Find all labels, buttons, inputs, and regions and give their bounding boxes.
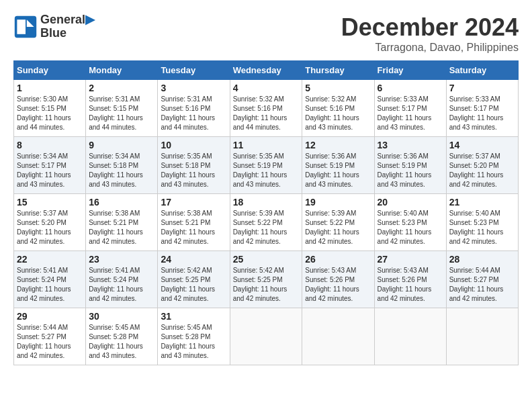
day-number: 18 xyxy=(233,197,300,208)
day-number: 5 xyxy=(305,83,371,93)
day-number: 15 xyxy=(17,197,83,208)
day-number: 9 xyxy=(89,140,154,150)
calendar-header: SundayMondayTuesdayWednesdayThursdayFrid… xyxy=(14,61,519,80)
calendar-cell: 13Sunrise: 5:36 AMSunset: 5:19 PMDayligh… xyxy=(374,137,446,194)
day-number: 26 xyxy=(305,254,371,265)
header-cell-wednesday: Wednesday xyxy=(230,61,302,80)
day-info: Sunrise: 5:40 AMSunset: 5:23 PMDaylight:… xyxy=(449,209,515,246)
calendar-cell: 18Sunrise: 5:39 AMSunset: 5:22 PMDayligh… xyxy=(230,194,302,251)
calendar-cell: 6Sunrise: 5:33 AMSunset: 5:17 PMDaylight… xyxy=(374,80,446,137)
day-number: 4 xyxy=(233,83,300,93)
day-info: Sunrise: 5:36 AMSunset: 5:19 PMDaylight:… xyxy=(305,152,371,189)
day-info: Sunrise: 5:35 AMSunset: 5:18 PMDaylight:… xyxy=(161,152,226,189)
day-number: 13 xyxy=(378,140,443,150)
calendar-cell: 27Sunrise: 5:43 AMSunset: 5:26 PMDayligh… xyxy=(374,251,446,308)
calendar-week-1: 1Sunrise: 5:30 AMSunset: 5:15 PMDaylight… xyxy=(14,80,519,137)
day-number: 17 xyxy=(161,197,226,208)
calendar-cell: 23Sunrise: 5:41 AMSunset: 5:24 PMDayligh… xyxy=(86,251,158,308)
day-info: Sunrise: 5:34 AMSunset: 5:17 PMDaylight:… xyxy=(17,152,83,189)
calendar-cell: 31Sunrise: 5:45 AMSunset: 5:28 PMDayligh… xyxy=(158,308,230,365)
day-number: 27 xyxy=(378,254,443,265)
calendar-cell: 2Sunrise: 5:31 AMSunset: 5:15 PMDaylight… xyxy=(86,80,158,137)
calendar-cell: 3Sunrise: 5:31 AMSunset: 5:16 PMDaylight… xyxy=(158,80,230,137)
day-number: 3 xyxy=(161,83,226,93)
calendar-cell: 11Sunrise: 5:35 AMSunset: 5:19 PMDayligh… xyxy=(230,137,302,194)
day-info: Sunrise: 5:37 AMSunset: 5:20 PMDaylight:… xyxy=(449,152,515,189)
day-info: Sunrise: 5:33 AMSunset: 5:17 PMDaylight:… xyxy=(378,95,443,132)
day-info: Sunrise: 5:42 AMSunset: 5:25 PMDaylight:… xyxy=(161,266,226,304)
day-number: 6 xyxy=(378,83,443,93)
day-number: 23 xyxy=(89,254,154,265)
header-cell-thursday: Thursday xyxy=(302,61,374,80)
day-number: 20 xyxy=(378,197,443,208)
calendar-cell: 24Sunrise: 5:42 AMSunset: 5:25 PMDayligh… xyxy=(158,251,230,308)
calendar-cell xyxy=(374,308,446,365)
day-info: Sunrise: 5:31 AMSunset: 5:16 PMDaylight:… xyxy=(161,95,226,132)
day-info: Sunrise: 5:38 AMSunset: 5:21 PMDaylight:… xyxy=(89,209,154,246)
header-cell-sunday: Sunday xyxy=(14,61,86,80)
month-title: December 2024 xyxy=(341,13,519,42)
day-info: Sunrise: 5:44 AMSunset: 5:27 PMDaylight:… xyxy=(17,323,83,361)
day-number: 7 xyxy=(449,83,515,93)
calendar-cell: 15Sunrise: 5:37 AMSunset: 5:20 PMDayligh… xyxy=(14,194,86,251)
calendar-week-4: 22Sunrise: 5:41 AMSunset: 5:24 PMDayligh… xyxy=(14,251,519,308)
header-cell-tuesday: Tuesday xyxy=(158,61,230,80)
day-number: 31 xyxy=(161,311,226,322)
calendar-cell: 1Sunrise: 5:30 AMSunset: 5:15 PMDaylight… xyxy=(14,80,86,137)
calendar-cell: 12Sunrise: 5:36 AMSunset: 5:19 PMDayligh… xyxy=(302,137,374,194)
day-number: 25 xyxy=(233,254,300,265)
day-info: Sunrise: 5:37 AMSunset: 5:20 PMDaylight:… xyxy=(17,209,83,246)
day-info: Sunrise: 5:44 AMSunset: 5:27 PMDaylight:… xyxy=(449,266,515,304)
day-number: 19 xyxy=(305,197,371,208)
day-number: 30 xyxy=(89,311,154,322)
day-number: 10 xyxy=(161,140,226,150)
day-info: Sunrise: 5:33 AMSunset: 5:17 PMDaylight:… xyxy=(449,95,515,132)
day-info: Sunrise: 5:42 AMSunset: 5:25 PMDaylight:… xyxy=(233,266,300,304)
day-number: 14 xyxy=(449,140,515,150)
day-info: Sunrise: 5:30 AMSunset: 5:15 PMDaylight:… xyxy=(17,95,83,132)
calendar-cell: 4Sunrise: 5:32 AMSunset: 5:16 PMDaylight… xyxy=(230,80,302,137)
location-title: Tarragona, Davao, Philippines xyxy=(341,42,519,54)
calendar-body: 1Sunrise: 5:30 AMSunset: 5:15 PMDaylight… xyxy=(14,80,519,365)
day-number: 24 xyxy=(161,254,226,265)
day-info: Sunrise: 5:32 AMSunset: 5:16 PMDaylight:… xyxy=(305,95,371,132)
day-info: Sunrise: 5:35 AMSunset: 5:19 PMDaylight:… xyxy=(233,152,300,189)
day-number: 21 xyxy=(449,197,515,208)
calendar-cell: 14Sunrise: 5:37 AMSunset: 5:20 PMDayligh… xyxy=(446,137,518,194)
logo-icon xyxy=(13,15,38,39)
day-number: 2 xyxy=(89,83,154,93)
calendar-cell xyxy=(446,308,518,365)
day-info: Sunrise: 5:41 AMSunset: 5:24 PMDaylight:… xyxy=(89,266,154,304)
page-header: General▶ Blue December 2024 Tarragona, D… xyxy=(13,13,519,54)
day-info: Sunrise: 5:39 AMSunset: 5:22 PMDaylight:… xyxy=(233,209,300,246)
calendar-cell: 20Sunrise: 5:40 AMSunset: 5:23 PMDayligh… xyxy=(374,194,446,251)
calendar-cell: 8Sunrise: 5:34 AMSunset: 5:17 PMDaylight… xyxy=(14,137,86,194)
calendar-cell: 17Sunrise: 5:38 AMSunset: 5:21 PMDayligh… xyxy=(158,194,230,251)
calendar-cell: 9Sunrise: 5:34 AMSunset: 5:18 PMDaylight… xyxy=(86,137,158,194)
day-info: Sunrise: 5:45 AMSunset: 5:28 PMDaylight:… xyxy=(161,323,226,361)
day-number: 22 xyxy=(17,254,83,265)
day-number: 11 xyxy=(233,140,300,150)
calendar-cell: 26Sunrise: 5:43 AMSunset: 5:26 PMDayligh… xyxy=(302,251,374,308)
calendar-week-2: 8Sunrise: 5:34 AMSunset: 5:17 PMDaylight… xyxy=(14,137,519,194)
logo: General▶ Blue xyxy=(13,13,95,40)
day-info: Sunrise: 5:39 AMSunset: 5:22 PMDaylight:… xyxy=(305,209,371,246)
calendar-cell: 25Sunrise: 5:42 AMSunset: 5:25 PMDayligh… xyxy=(230,251,302,308)
day-number: 29 xyxy=(17,311,83,322)
day-info: Sunrise: 5:41 AMSunset: 5:24 PMDaylight:… xyxy=(17,266,83,304)
header-row: SundayMondayTuesdayWednesdayThursdayFrid… xyxy=(14,61,519,80)
day-info: Sunrise: 5:43 AMSunset: 5:26 PMDaylight:… xyxy=(305,266,371,304)
calendar-cell: 19Sunrise: 5:39 AMSunset: 5:22 PMDayligh… xyxy=(302,194,374,251)
calendar-cell: 5Sunrise: 5:32 AMSunset: 5:16 PMDaylight… xyxy=(302,80,374,137)
day-info: Sunrise: 5:43 AMSunset: 5:26 PMDaylight:… xyxy=(378,266,443,304)
calendar-cell xyxy=(230,308,302,365)
day-info: Sunrise: 5:32 AMSunset: 5:16 PMDaylight:… xyxy=(233,95,300,132)
calendar-cell xyxy=(302,308,374,365)
day-number: 12 xyxy=(305,140,371,150)
calendar-week-3: 15Sunrise: 5:37 AMSunset: 5:20 PMDayligh… xyxy=(14,194,519,251)
day-number: 8 xyxy=(17,140,83,150)
day-info: Sunrise: 5:38 AMSunset: 5:21 PMDaylight:… xyxy=(161,209,226,246)
day-info: Sunrise: 5:31 AMSunset: 5:15 PMDaylight:… xyxy=(89,95,154,132)
calendar-cell: 16Sunrise: 5:38 AMSunset: 5:21 PMDayligh… xyxy=(86,194,158,251)
calendar-cell: 22Sunrise: 5:41 AMSunset: 5:24 PMDayligh… xyxy=(14,251,86,308)
